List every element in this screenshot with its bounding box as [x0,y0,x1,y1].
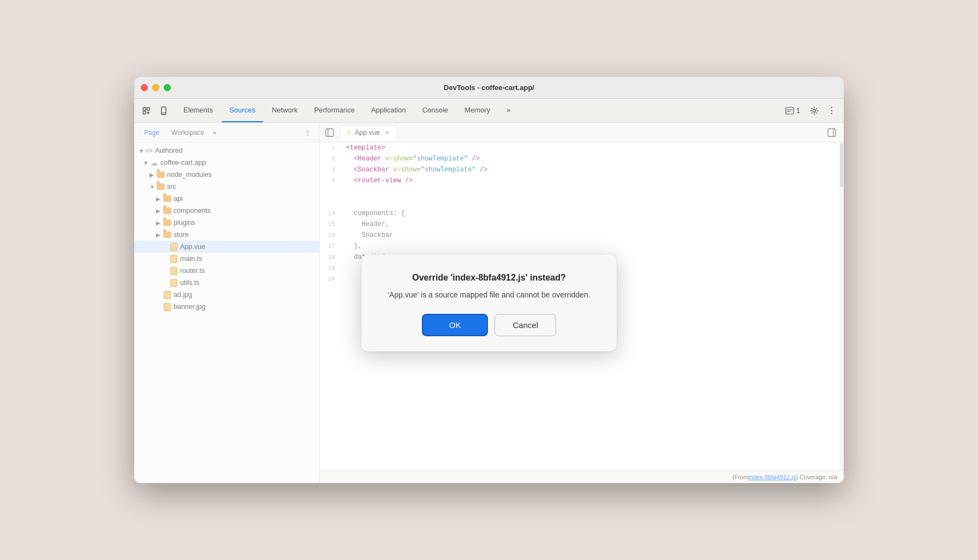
tab-application[interactable]: Application [363,99,414,122]
svg-point-10 [813,109,816,112]
tab-more[interactable]: » [499,99,518,122]
tab-spacer [520,99,780,122]
toolbar-right: 1 ⋮ [781,99,839,122]
window-title: DevTools - coffee-cart.app/ [444,84,534,92]
device-toolbar-icon[interactable] [156,103,171,118]
devtools-body: Page Workspace » ⋮ ▼ <> Authored ▼ ☁ [134,123,844,483]
dialog-buttons: OK Cancel [387,314,590,336]
svg-rect-0 [143,108,146,110]
console-count: 1 [796,107,800,115]
devtools-toolbar: Elements Sources Network Performance App… [134,99,844,123]
settings-icon[interactable] [807,103,822,118]
override-dialog: Override 'index-8bfa4912.js' instead? 'A… [361,254,616,352]
right-panel: ⚠ App.vue ✕ 1 <template> [320,123,844,483]
tab-console[interactable]: Console [415,99,456,122]
tab-memory[interactable]: Memory [457,99,498,122]
tab-elements[interactable]: Elements [176,99,220,122]
svg-rect-5 [162,107,166,115]
dialog-title: Override 'index-8bfa4912.js' instead? [387,272,590,284]
dialog-ok-button[interactable]: OK [422,314,488,336]
title-bar: DevTools - coffee-cart.app/ [134,77,844,99]
minimize-button[interactable] [152,84,159,91]
close-button[interactable] [141,84,148,91]
fullscreen-button[interactable] [164,84,171,91]
tab-performance[interactable]: Performance [307,99,362,122]
more-menu-icon[interactable]: ⋮ [824,103,839,118]
dialog-overlay: Override 'index-8bfa4912.js' instead? 'A… [134,123,844,483]
dialog-cancel-button[interactable]: Cancel [494,314,556,336]
dialog-message: 'App.vue' is a source mapped file and ca… [387,289,590,301]
svg-rect-1 [147,108,150,110]
tab-network[interactable]: Network [264,99,306,122]
svg-rect-7 [786,108,794,114]
svg-rect-2 [143,111,146,114]
traffic-lights [141,84,171,91]
console-count-badge[interactable]: 1 [781,106,804,116]
devtools-window: DevTools - coffee-cart.app/ [134,77,844,483]
inspect-icon[interactable] [139,103,154,118]
toolbar-icons [139,99,171,122]
tab-sources[interactable]: Sources [222,99,263,122]
